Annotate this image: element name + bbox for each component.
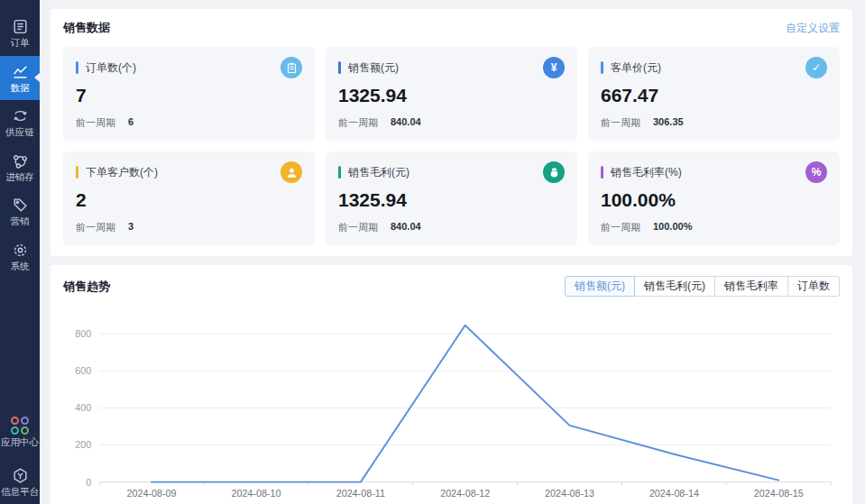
app-center-icon [11, 417, 29, 435]
system-gear-icon [12, 242, 29, 259]
trend-metric-tabs: 销售额(元) 销售毛利(元) 销售毛利率 订单数 [565, 276, 840, 297]
sidebar-item-inventory[interactable]: 进销存 [0, 145, 40, 190]
x-tick-label: 2024-08-11 [336, 488, 385, 499]
stat-card-value: 667.47 [601, 85, 827, 106]
stat-card-title: 销售毛利(元) [348, 165, 409, 180]
prev-period-label: 前一周期 [338, 221, 378, 234]
main-content: 销售数据 自定义设置 订单数(个) 7 前一周期 6 [51, 9, 852, 504]
stat-card-value: 7 [76, 85, 302, 106]
x-tick-label: 2024-08-10 [231, 488, 281, 499]
sidebar-item-label: 应用中心 [1, 437, 39, 447]
money-bag-icon [543, 161, 565, 183]
info-platform-icon [12, 467, 29, 484]
card-accent-bar [601, 166, 603, 179]
tab-gross-profit[interactable]: 销售毛利(元) [634, 276, 715, 297]
stat-cards-grid: 订单数(个) 7 前一周期 6 销售额(元) ¥ 1325.94 [63, 47, 840, 245]
sidebar-item-label: 信息平台 [1, 487, 39, 497]
card-accent-bar [338, 166, 341, 179]
prev-period-value: 100.00% [653, 221, 692, 234]
x-tick-label: 2024-08-09 [127, 488, 177, 499]
sidebar-item-label: 系统 [11, 261, 30, 271]
supply-chain-icon [12, 107, 29, 124]
stat-card-sales-amount: 销售额(元) ¥ 1325.94 前一周期 840.04 [326, 47, 577, 141]
sales-trend-panel: 销售趋势 销售额(元) 销售毛利(元) 销售毛利率 订单数 0200400600… [51, 265, 852, 504]
sidebar: 订单 数据 供应链 进销存 营销 系统 [0, 0, 40, 504]
stat-card-title: 客单价(元) [611, 60, 661, 76]
stat-card-gross-profit: 销售毛利(元) 1325.94 前一周期 840.04 [326, 151, 577, 245]
sidebar-item-app-center[interactable]: 应用中心 [0, 409, 40, 460]
order-icon [12, 18, 29, 35]
stat-card-value: 2 [76, 189, 302, 211]
sidebar-item-marketing[interactable]: 营销 [0, 189, 40, 234]
stat-card-title: 下单客户数(个) [86, 165, 158, 180]
custom-settings-link[interactable]: 自定义设置 [786, 21, 840, 36]
tab-sales-amount[interactable]: 销售额(元) [565, 276, 635, 297]
marketing-tag-icon [12, 197, 29, 214]
trend-line [152, 325, 778, 482]
prev-period-label: 前一周期 [601, 221, 640, 234]
sidebar-item-data[interactable]: 数据 [0, 56, 40, 101]
x-tick-label: 2024-08-14 [649, 488, 699, 499]
stat-card-value: 100.00% [601, 189, 827, 211]
y-tick-label: 0 [86, 477, 91, 488]
prev-period-label: 前一周期 [601, 116, 640, 130]
sidebar-item-label: 供应链 [5, 127, 34, 137]
prev-period-label: 前一周期 [338, 116, 378, 130]
sidebar-item-system[interactable]: 系统 [0, 234, 40, 279]
sidebar-item-label: 数据 [11, 83, 30, 93]
prev-period-value: 6 [128, 116, 133, 130]
sidebar-item-orders[interactable]: 订单 [0, 11, 40, 56]
customer-icon [281, 161, 302, 183]
x-tick-label: 2024-08-15 [754, 488, 804, 499]
trend-line-chart: 02004006008002024-08-092024-08-102024-08… [63, 304, 840, 504]
inventory-icon [12, 152, 29, 170]
stat-card-gross-margin: 销售毛利率(%) % 100.00% 前一周期 100.00% [588, 151, 840, 245]
sidebar-item-supply-chain[interactable]: 供应链 [0, 100, 40, 145]
stat-card-avg-order-value: 客单价(元) ✓ 667.47 前一周期 306.35 [588, 47, 840, 141]
y-tick-label: 800 [75, 328, 91, 339]
stat-card-order-count: 订单数(个) 7 前一周期 6 [63, 47, 315, 141]
stat-card-customer-count: 下单客户数(个) 2 前一周期 3 [63, 151, 315, 245]
sidebar-item-label: 营销 [11, 216, 30, 226]
tab-gross-margin[interactable]: 销售毛利率 [714, 276, 788, 297]
card-accent-bar [76, 166, 78, 179]
clipboard-icon [281, 57, 302, 78]
card-accent-bar [601, 61, 603, 74]
sidebar-item-info-platform[interactable]: 信息平台 [0, 460, 40, 504]
x-tick-label: 2024-08-13 [545, 488, 594, 499]
prev-period-value: 306.35 [653, 116, 684, 130]
sales-data-title: 销售数据 [63, 20, 110, 36]
x-tick-label: 2024-08-12 [440, 488, 490, 499]
check-icon: ✓ [805, 57, 827, 78]
percent-icon: % [805, 161, 827, 183]
sidebar-item-label: 进销存 [5, 172, 34, 182]
y-tick-label: 400 [75, 402, 91, 413]
sidebar-item-label: 订单 [11, 38, 30, 48]
prev-period-value: 3 [128, 221, 133, 234]
y-tick-label: 600 [75, 365, 91, 376]
prev-period-value: 840.04 [391, 221, 421, 234]
data-chart-icon [12, 63, 29, 80]
prev-period-value: 840.04 [391, 116, 421, 130]
stat-card-value: 1325.94 [338, 85, 565, 106]
sales-trend-title: 销售趋势 [63, 279, 110, 295]
prev-period-label: 前一周期 [76, 116, 115, 130]
stat-card-title: 销售额(元) [348, 60, 399, 76]
card-accent-bar [76, 61, 78, 74]
trend-chart-container: 02004006008002024-08-092024-08-102024-08… [63, 304, 840, 504]
stat-card-value: 1325.94 [338, 189, 565, 211]
stat-card-title: 销售毛利率(%) [611, 165, 682, 180]
stat-card-title: 订单数(个) [86, 60, 136, 76]
yuan-icon: ¥ [543, 57, 565, 78]
sales-data-panel: 销售数据 自定义设置 订单数(个) 7 前一周期 6 [51, 9, 852, 256]
card-accent-bar [338, 61, 341, 74]
y-tick-label: 200 [75, 439, 91, 450]
tab-order-count[interactable]: 订单数 [787, 276, 840, 297]
prev-period-label: 前一周期 [76, 221, 115, 234]
